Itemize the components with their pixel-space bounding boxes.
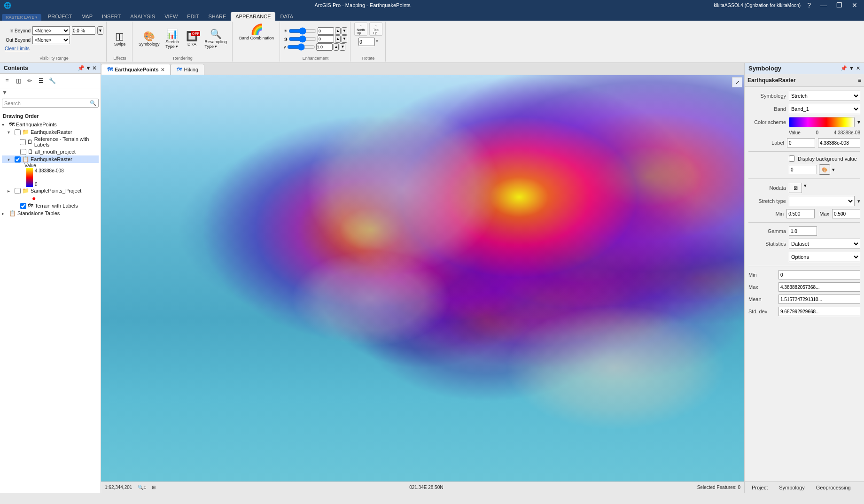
sym-stats-std-value[interactable] bbox=[778, 307, 860, 316]
resampling-type-button[interactable]: 🔍 ResamplingType ▾ bbox=[202, 28, 229, 50]
search-icon[interactable]: 🔍 bbox=[88, 99, 98, 107]
expand-earthquake-raster-main[interactable]: ▾ bbox=[8, 157, 13, 162]
sym-stats-mean-value[interactable] bbox=[778, 295, 860, 304]
sym-nodata-pattern-button[interactable]: ⊠ bbox=[789, 183, 802, 193]
map-expand-button[interactable]: ⤢ bbox=[732, 77, 742, 87]
ct-add-preset-group[interactable]: ☰ bbox=[36, 76, 46, 86]
tree-item-standalone-tables[interactable]: ▸ 📋 Standalone Tables bbox=[2, 209, 99, 217]
sym-min-input[interactable] bbox=[786, 209, 815, 218]
contents-settings-button[interactable]: ▼ bbox=[86, 65, 91, 71]
check-terrain-labels[interactable] bbox=[20, 203, 26, 209]
band-combination-button[interactable]: 🌈 Band Combination bbox=[236, 23, 277, 41]
north-up-button[interactable]: ↑ NorthUp bbox=[354, 23, 367, 36]
sym-type-select[interactable]: Stretch bbox=[789, 91, 860, 101]
sym-settings-button[interactable]: ▼ bbox=[849, 65, 854, 71]
tree-item-earthquake-raster-group[interactable]: ▾ 📁 EarthquakeRaster bbox=[2, 128, 99, 136]
sym-stretch-dropdown-icon[interactable]: ▾ bbox=[857, 198, 860, 204]
tab-view[interactable]: VIEW bbox=[160, 12, 182, 21]
check-earthquake-raster-main[interactable] bbox=[15, 156, 21, 163]
btab-symbology[interactable]: Symbology bbox=[774, 483, 810, 492]
brightness-slider[interactable] bbox=[288, 28, 317, 34]
search-input[interactable] bbox=[2, 100, 88, 107]
sym-bg-value-input[interactable] bbox=[789, 165, 817, 174]
sym-bg-dropdown[interactable]: ▾ bbox=[832, 167, 835, 173]
btab-project[interactable]: Project bbox=[747, 483, 773, 492]
sym-options-select[interactable]: Options bbox=[789, 252, 860, 262]
sym-gamma-input[interactable] bbox=[789, 226, 817, 236]
tab-data[interactable]: DATA bbox=[275, 12, 298, 21]
sym-menu-icon[interactable]: ≡ bbox=[858, 77, 861, 84]
contrast-down[interactable]: ▼ bbox=[342, 35, 347, 43]
brightness-input[interactable] bbox=[318, 27, 334, 35]
expand-standalone-tables[interactable]: ▸ bbox=[2, 211, 8, 216]
sym-stretch-type-select[interactable] bbox=[789, 196, 855, 206]
sym-pin-button[interactable]: 📌 bbox=[841, 65, 847, 71]
contents-pin-button[interactable]: 📌 bbox=[78, 65, 85, 71]
rotation-input[interactable] bbox=[358, 38, 375, 46]
minimize-button[interactable]: — bbox=[817, 1, 830, 9]
ct-list-by-editing[interactable]: ✏ bbox=[24, 76, 35, 86]
swipe-button[interactable]: ◫ Swipe bbox=[110, 30, 129, 48]
btab-geoprocessing[interactable]: Geoprocessing bbox=[811, 483, 856, 492]
clear-limits-link[interactable]: Clear Limits bbox=[5, 46, 30, 51]
map-tab-hiking[interactable]: 🗺 Hiking bbox=[171, 64, 205, 75]
tab-analysis[interactable]: ANALYSIS bbox=[125, 12, 160, 21]
expand-sample-points[interactable]: ▸ bbox=[8, 188, 13, 194]
expand-earthquake-raster-group[interactable]: ▾ bbox=[8, 130, 13, 135]
tree-item-reference-terrain[interactable]: ▸ 🗒 Reference - Terrain with Labels bbox=[2, 136, 99, 148]
stretch-type-button[interactable]: 📊 StretchType ▾ bbox=[163, 28, 181, 50]
gamma-up[interactable]: ▲ bbox=[334, 43, 339, 51]
check-earthquake-raster-group[interactable] bbox=[15, 129, 21, 135]
tree-item-terrain-labels[interactable]: ▸ 🗺 Terrain with Labels bbox=[2, 202, 99, 209]
map-zoom-controls[interactable]: 🔍± bbox=[138, 485, 146, 490]
check-reference-terrain[interactable] bbox=[20, 139, 26, 145]
tab-share[interactable]: SHARE bbox=[203, 12, 231, 21]
sym-max-input[interactable] bbox=[832, 209, 860, 218]
tree-item-earthquake-raster-main[interactable]: ▾ 📋 EarthquakeRaster bbox=[2, 155, 99, 163]
map-extent-controls[interactable]: ⊞ bbox=[152, 485, 156, 490]
map-tab-earthquake-close[interactable]: ✕ bbox=[161, 67, 164, 72]
brightness-up[interactable]: ▲ bbox=[335, 27, 341, 35]
ct-manage-group[interactable]: 🔧 bbox=[47, 76, 57, 86]
contrast-up[interactable]: ▲ bbox=[335, 35, 341, 43]
sym-label-max-input[interactable] bbox=[818, 138, 860, 147]
contrast-slider[interactable] bbox=[288, 36, 317, 42]
gamma-input[interactable] bbox=[316, 43, 333, 51]
tab-insert[interactable]: INSERT bbox=[97, 12, 125, 21]
gamma-down[interactable]: ▼ bbox=[340, 43, 345, 51]
check-sample-points[interactable] bbox=[15, 188, 21, 194]
tab-appearance[interactable]: APPEARANCE bbox=[231, 12, 275, 21]
check-all-mouth-project[interactable] bbox=[20, 149, 26, 155]
sym-stats-min-value[interactable] bbox=[778, 270, 860, 279]
tab-project[interactable]: PROJECT bbox=[43, 12, 77, 21]
sym-color-bar-dropdown[interactable]: ▾ bbox=[857, 119, 860, 125]
contrast-input[interactable] bbox=[318, 35, 334, 43]
contents-close-button[interactable]: ✕ bbox=[92, 65, 97, 71]
expand-earthquake-points[interactable]: ▾ bbox=[2, 122, 8, 127]
map-tab-earthquake-points[interactable]: 🗺 EarthquakePoints ✕ bbox=[101, 64, 171, 75]
map-canvas[interactable]: ⤢ bbox=[101, 75, 744, 481]
restore-button[interactable]: ❐ bbox=[833, 1, 845, 9]
sym-label-min-input[interactable] bbox=[787, 138, 815, 147]
top-up-button[interactable]: ↑ TopUp bbox=[369, 23, 382, 36]
tree-item-all-mouth-project[interactable]: ▸ 🗒 all_mouth_project bbox=[2, 148, 99, 155]
help-button[interactable]: ? bbox=[804, 1, 814, 9]
sym-close-button[interactable]: ✕ bbox=[856, 65, 860, 71]
close-button[interactable]: ✕ bbox=[849, 1, 860, 9]
sym-bg-color-button[interactable]: 🎨 bbox=[819, 164, 830, 175]
sym-display-bg-check[interactable] bbox=[789, 155, 795, 162]
visibility-percent-btn[interactable]: ▼ bbox=[97, 26, 103, 35]
tab-edit[interactable]: EDIT bbox=[182, 12, 203, 21]
brightness-down[interactable]: ▼ bbox=[342, 27, 347, 35]
dra-button[interactable]: OFF 🔲 DRA bbox=[182, 30, 201, 48]
tree-item-sample-points[interactable]: ▸ 📁 SamplePoints_Project bbox=[2, 187, 99, 194]
tab-map[interactable]: MAP bbox=[77, 12, 97, 21]
ct-list-by-drawing-order[interactable]: ≡ bbox=[2, 76, 12, 86]
sym-color-bar[interactable] bbox=[789, 117, 855, 127]
in-beyond-select[interactable]: <None> bbox=[32, 26, 70, 35]
sym-stats-max-value[interactable] bbox=[778, 282, 860, 292]
ct-list-by-source[interactable]: ◫ bbox=[13, 76, 23, 86]
out-beyond-select[interactable]: <None> bbox=[32, 36, 70, 44]
sym-nodata-dropdown[interactable]: ▾ bbox=[804, 183, 807, 193]
gamma-slider[interactable] bbox=[287, 44, 315, 50]
